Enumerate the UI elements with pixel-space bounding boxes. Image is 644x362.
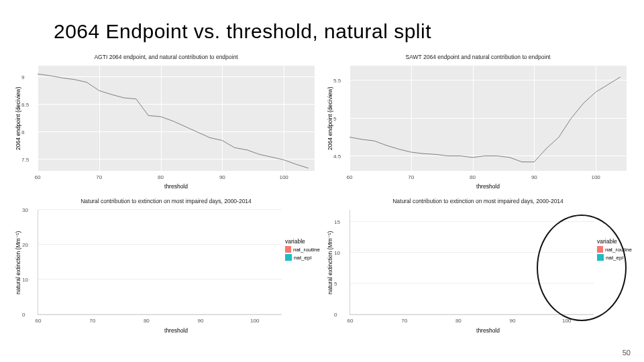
plot-area: 607080901007.588.59: [38, 66, 315, 171]
legend-item: nat_epl: [285, 254, 320, 261]
x-axis-label: threshold: [350, 183, 627, 190]
page-number: 50: [623, 349, 631, 357]
slide-root: 2064 Endpoint vs. threshold, natural spl…: [0, 0, 644, 362]
y-axis-label: 2064 endpoint (deciview): [15, 66, 21, 171]
panel-title: SAWT 2064 endpoint and natural contribut…: [325, 54, 631, 60]
plot-area: 607080901000102030: [38, 210, 282, 315]
x-axis-label: threshold: [350, 327, 627, 334]
legend-title: variable: [285, 238, 320, 245]
y-axis-label: natural extinction (Mm⁻¹): [327, 210, 333, 315]
swatch-icon: [285, 254, 292, 261]
x-axis-label: threshold: [38, 327, 315, 334]
panel-br: Natural contribution to extinction on mo…: [325, 198, 631, 335]
y-axis-label: 2064 endpoint (deciview): [327, 66, 333, 171]
plot-area: 607080901004.555.5: [350, 66, 627, 171]
panel-title: Natural contribution to extinction on mo…: [13, 198, 319, 204]
panel-tl: AGTI 2064 endpoint, and natural contribu…: [13, 54, 319, 191]
panel-title: AGTI 2064 endpoint, and natural contribu…: [13, 54, 319, 60]
annotation-circle: [537, 215, 627, 321]
slide-title: 2064 Endpoint vs. threshold, natural spl…: [54, 20, 431, 43]
legend: variable nat_routine nat_epl: [285, 238, 320, 262]
chart-grid: AGTI 2064 endpoint, and natural contribu…: [13, 54, 631, 335]
legend-item: nat_routine: [285, 246, 320, 253]
x-axis-label: threshold: [38, 183, 315, 190]
legend-label: nat_epl: [294, 255, 311, 261]
panel-tr: SAWT 2064 endpoint and natural contribut…: [325, 54, 631, 191]
legend-label: nat_routine: [293, 247, 320, 253]
swatch-icon: [285, 246, 291, 253]
panel-bl: Natural contribution to extinction on mo…: [13, 198, 319, 335]
panel-title: Natural contribution to extinction on mo…: [325, 198, 631, 204]
y-axis-label: natural extinction (Mm⁻¹): [15, 210, 21, 315]
